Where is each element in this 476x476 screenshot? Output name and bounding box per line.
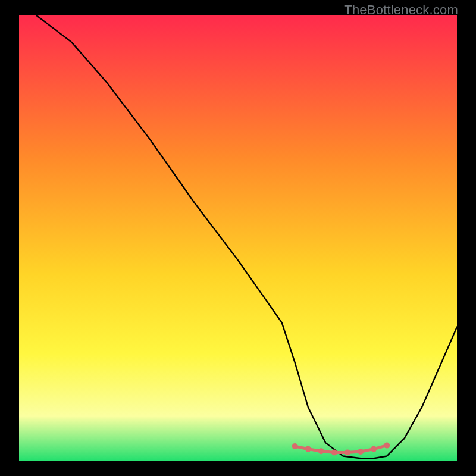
flat-region-marker (292, 443, 298, 449)
flat-region-marker (358, 449, 364, 455)
chart-svg (19, 15, 457, 461)
flat-region-marker (331, 450, 337, 456)
gradient-background (19, 15, 457, 461)
flat-region-marker (384, 443, 390, 449)
flat-region-marker (305, 446, 311, 452)
chart-frame (19, 15, 457, 461)
flat-region-marker (371, 446, 377, 452)
flat-region-marker (318, 448, 324, 454)
flat-region-marker (345, 450, 350, 456)
